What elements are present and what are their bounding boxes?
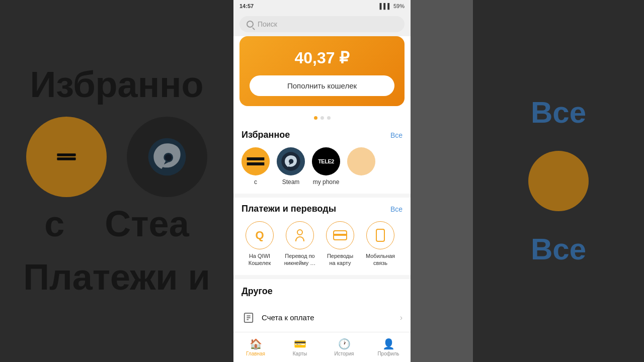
svg-rect-7: [247, 162, 265, 165]
nav-label-cards: Карты: [293, 351, 307, 356]
tele2-text: TELE2: [318, 158, 334, 164]
qiwi-q-icon: Q: [255, 229, 264, 242]
payments-row: Q На QIWIКошелек Перевод поникнейму …: [242, 221, 403, 271]
person-pay-icon: [286, 221, 314, 249]
fav-item-tele2[interactable]: TELE2 my phone: [312, 147, 340, 186]
topup-button[interactable]: Пополнить кошелек: [250, 75, 394, 96]
svg-point-5: [246, 152, 265, 170]
nav-item-profile[interactable]: 👤 Профиль: [366, 335, 411, 359]
person-body: [295, 236, 304, 241]
battery-text: 59%: [393, 3, 405, 9]
favorites-title: Избранное: [242, 130, 290, 140]
dots-indicator: [233, 112, 411, 124]
svg-rect-6: [247, 157, 265, 160]
steam-icon: [277, 147, 305, 175]
list-item-bills-left: Счета к оплате: [242, 311, 314, 325]
history-nav-icon: 🕐: [338, 338, 351, 350]
nav-item-home[interactable]: 🏠 Главная: [233, 335, 278, 359]
status-icons: ▌▌▌ 59%: [380, 3, 405, 9]
pay-label-card: Переводына карту: [327, 252, 353, 267]
nav-label-profile: Профиль: [377, 351, 399, 356]
qiwi-pay-icon: Q: [246, 221, 274, 249]
divider-2: [233, 275, 411, 279]
phone-frame: 14:57 ▌▌▌ 59% Поиск 40,37 ₽ Пополнить ко…: [233, 0, 411, 362]
nav-label-history: История: [335, 351, 354, 356]
search-icon: [247, 21, 254, 28]
fav-label-bee: с: [254, 178, 257, 186]
search-bar-container: Поиск: [233, 12, 411, 36]
divider-1: [233, 194, 411, 198]
phone-shape: [376, 229, 385, 242]
payments-header: Платежи и переводы Все: [242, 204, 403, 214]
signal-icon: ▌▌▌: [380, 3, 391, 9]
nav-label-home: Главная: [246, 351, 265, 356]
payments-section: Платежи и переводы Все Q На QIWIКошелек: [233, 198, 411, 275]
fav-icon-partial: [347, 147, 375, 175]
bg-left-overlay: [0, 0, 233, 362]
favorites-section: Избранное Все с: [233, 124, 411, 194]
person-head: [297, 229, 303, 235]
tele2-icon: TELE2: [312, 147, 340, 175]
fav-item-steam[interactable]: Steam: [277, 147, 305, 186]
pay-item-qiwi[interactable]: Q На QIWIКошелек: [242, 221, 278, 267]
nav-item-history[interactable]: 🕐 История: [322, 335, 366, 359]
fav-item-bee[interactable]: с: [242, 147, 270, 186]
bg-right-overlay: [473, 0, 644, 362]
list-item-bills-label: Счета к оплате: [262, 313, 314, 322]
balance-amount: 40,37 ₽: [250, 48, 394, 67]
list-item-bills[interactable]: Счета к оплате ›: [242, 304, 403, 332]
profile-nav-icon: 👤: [382, 338, 395, 350]
pay-item-mobile[interactable]: Мобильнаясвязь: [362, 221, 398, 267]
svg-point-9: [289, 160, 293, 163]
pay-label-qiwi: На QIWIКошелек: [249, 252, 271, 267]
payments-title: Платежи и переводы: [242, 204, 336, 214]
pay-label-person: Перевод поникнейму …: [284, 252, 316, 267]
favorites-all-link[interactable]: Все: [390, 131, 403, 139]
fav-item-partial[interactable]: [347, 147, 375, 186]
mobile-pay-icon: [366, 221, 394, 249]
bills-icon: [242, 311, 256, 325]
payments-all-link[interactable]: Все: [390, 205, 403, 213]
pay-label-mobile: Мобильнаясвязь: [366, 252, 395, 267]
status-bar: 14:57 ▌▌▌ 59%: [233, 0, 411, 12]
person-shape: [295, 229, 304, 241]
card-shape: [333, 230, 347, 240]
dot-1: [314, 116, 317, 120]
dot-3: [327, 116, 331, 120]
other-section: Другое Счета к оплате ›: [233, 279, 411, 332]
bottom-nav: 🏠 Главная 💳 Карты 🕐 История 👤 Профиль: [233, 332, 411, 362]
status-time: 14:57: [239, 3, 254, 9]
balance-card: 40,37 ₽ Пополнить кошелек: [239, 36, 405, 106]
favorites-row: с Steam TELE2: [242, 147, 403, 190]
home-nav-icon: 🏠: [250, 338, 262, 350]
pay-item-person[interactable]: Перевод поникнейму …: [282, 221, 318, 267]
pay-item-card[interactable]: Переводына карту: [322, 221, 358, 267]
nav-item-cards[interactable]: 💳 Карты: [278, 335, 322, 359]
phone-content[interactable]: 40,37 ₽ Пополнить кошелек Избранное Все: [233, 36, 411, 332]
search-placeholder: Поиск: [258, 20, 277, 28]
chevron-right-icon: ›: [400, 313, 403, 322]
other-title: Другое: [242, 286, 403, 297]
dot-2: [320, 116, 324, 120]
cards-nav-icon: 💳: [294, 338, 306, 350]
search-input[interactable]: Поиск: [239, 16, 405, 32]
favorites-header: Избранное Все: [242, 130, 403, 140]
fav-label-tele2: my phone: [313, 178, 340, 186]
card-pay-icon: [326, 221, 354, 249]
bee-icon: [242, 147, 270, 175]
fav-label-steam: Steam: [282, 178, 300, 186]
